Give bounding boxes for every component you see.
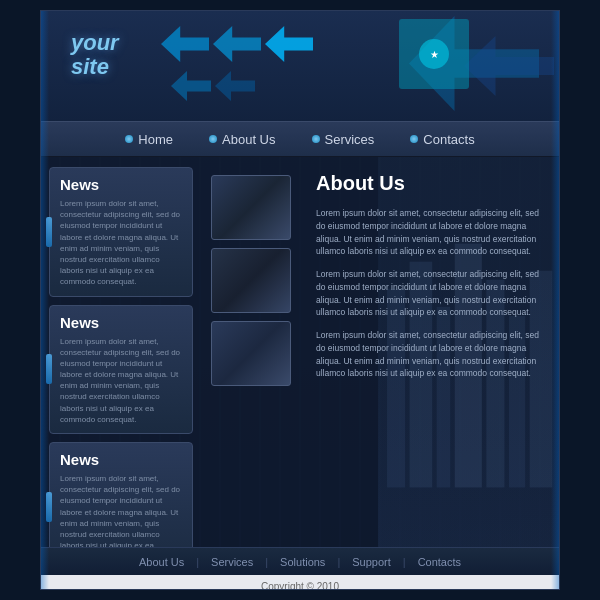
arrow-icon-2 — [213, 26, 261, 62]
footer-services[interactable]: Services — [199, 556, 265, 568]
about-para-1: Lorem ipsum dolor sit amet, consectetur … — [316, 207, 544, 258]
nav-bullet-services — [312, 135, 320, 143]
star-icon: ★ — [430, 49, 439, 60]
about-title: About Us — [316, 172, 544, 195]
logo-line2: site — [71, 54, 109, 79]
footer-contacts[interactable]: Contacts — [406, 556, 473, 568]
image-box-2[interactable] — [211, 248, 291, 313]
logo: your site — [71, 31, 119, 79]
about-para-3: Lorem ipsum dolor sit amet, consectetur … — [316, 329, 544, 380]
nav-about[interactable]: About Us — [191, 122, 293, 156]
teal-circle: ★ — [419, 39, 449, 69]
header-area: ★ your site — [41, 11, 559, 121]
nav-home[interactable]: Home — [107, 122, 191, 156]
nav-bar: Home About Us Services Contacts — [41, 121, 559, 157]
news-item-1[interactable]: News Lorem ipsum dolor sit amet, consect… — [49, 167, 193, 297]
nav-home-label: Home — [138, 132, 173, 147]
nav-bullet-about — [209, 135, 217, 143]
copyright-text: Copyright © 2010 — [261, 581, 339, 591]
right-content: About Us Lorem ipsum dolor sit amet, con… — [301, 157, 559, 547]
teal-box: ★ — [399, 19, 469, 89]
copyright-bar: Copyright © 2010 — [41, 575, 559, 590]
footer-support[interactable]: Support — [340, 556, 403, 568]
image-box-1[interactable] — [211, 175, 291, 240]
news-indicator-1 — [46, 217, 52, 247]
center-col — [201, 157, 301, 547]
main-content: News Lorem ipsum dolor sit amet, consect… — [41, 157, 559, 547]
arrow-icon-3 — [265, 26, 313, 62]
nav-bullet-contacts — [410, 135, 418, 143]
logo-line1: your — [71, 30, 119, 55]
news-text-1: Lorem ipsum dolor sit amet, consectetur … — [60, 198, 182, 288]
arrow-icon-4 — [171, 71, 211, 101]
arrow-icon-1 — [161, 26, 209, 62]
arrow-medium-icon — [464, 36, 554, 96]
image-box-3[interactable] — [211, 321, 291, 386]
nav-about-label: About Us — [222, 132, 275, 147]
nav-services[interactable]: Services — [294, 122, 393, 156]
arrow-icon-5 — [215, 71, 255, 101]
news-title-1: News — [60, 176, 182, 193]
news-item-2[interactable]: News Lorem ipsum dolor sit amet, consect… — [49, 305, 193, 435]
page-wrapper: ★ your site Home About Us Services Conta… — [40, 10, 560, 590]
news-indicator-2 — [46, 354, 52, 384]
about-para-2: Lorem ipsum dolor sit amet, consectetur … — [316, 268, 544, 319]
news-text-2: Lorem ipsum dolor sit amet, consectetur … — [60, 336, 182, 426]
nav-services-label: Services — [325, 132, 375, 147]
news-title-3: News — [60, 451, 182, 468]
nav-bullet-home — [125, 135, 133, 143]
arrow-decorations: ★ — [41, 11, 559, 121]
sidebar: News Lorem ipsum dolor sit amet, consect… — [41, 157, 201, 547]
logo-text: your site — [71, 31, 119, 79]
news-indicator-3 — [46, 492, 52, 522]
footer-solutions[interactable]: Solutions — [268, 556, 337, 568]
footer-about[interactable]: About Us — [127, 556, 196, 568]
footer-nav: About Us | Services | Solutions | Suppor… — [41, 547, 559, 575]
nav-contacts-label: Contacts — [423, 132, 474, 147]
news-title-2: News — [60, 314, 182, 331]
nav-contacts[interactable]: Contacts — [392, 122, 492, 156]
